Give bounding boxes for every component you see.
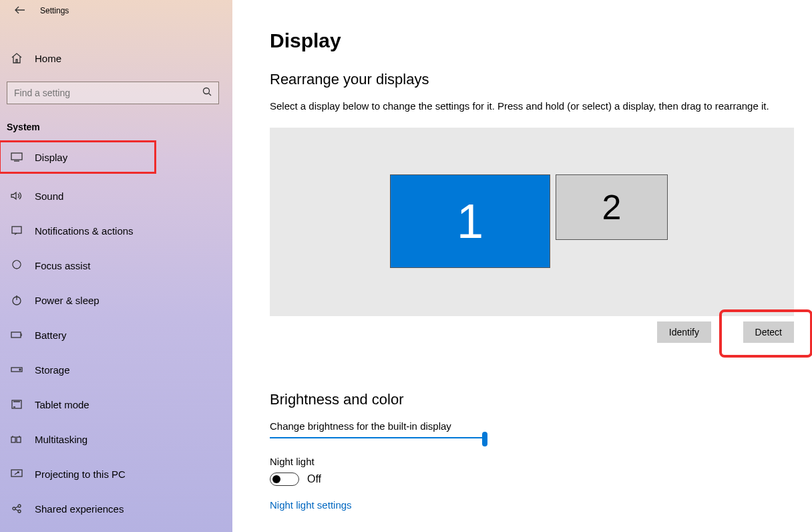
sidebar-item-battery[interactable]: Battery — [0, 323, 232, 346]
brightness-slider[interactable] — [270, 437, 483, 438]
shared-icon — [11, 503, 23, 515]
sidebar-item-power[interactable]: Power & sleep — [0, 289, 232, 311]
sidebar-item-label: Battery — [35, 329, 67, 341]
display-icon — [11, 151, 23, 163]
nightlight-toggle-row: Off — [270, 473, 796, 486]
svg-point-0 — [204, 88, 210, 94]
sidebar: Settings Home System Display Sound Notif… — [0, 0, 232, 532]
sidebar-item-sound[interactable]: Sound — [0, 184, 232, 207]
sidebar-item-label: Storage — [35, 364, 70, 376]
sidebar-item-label: Focus assist — [35, 260, 90, 271]
svg-rect-1 — [11, 153, 22, 160]
battery-icon — [11, 329, 23, 341]
content: Display Rearrange your displays Select a… — [232, 0, 812, 532]
monitor-1-label: 1 — [457, 194, 483, 249]
monitor-2-label: 2 — [602, 187, 622, 227]
search-wrap — [7, 82, 222, 104]
sidebar-item-label: Tablet mode — [35, 399, 89, 410]
power-icon — [11, 294, 23, 306]
sidebar-item-storage[interactable]: Storage — [0, 358, 232, 381]
sidebar-item-label: Projecting to this PC — [35, 469, 126, 480]
notifications-icon — [11, 225, 23, 237]
multitasking-icon — [11, 433, 23, 445]
svg-point-11 — [13, 507, 15, 510]
rearrange-heading: Rearrange your displays — [270, 71, 796, 88]
page-title: Display — [270, 29, 796, 52]
projecting-icon — [11, 468, 23, 480]
sidebar-home-label: Home — [35, 53, 61, 64]
search-input[interactable] — [14, 88, 188, 98]
sidebar-item-projecting[interactable]: Projecting to this PC — [0, 462, 232, 485]
svg-rect-8 — [11, 437, 15, 442]
sidebar-item-multitasking[interactable]: Multitasking — [0, 428, 232, 450]
nightlight-settings-link[interactable]: Night light settings — [270, 499, 796, 511]
sidebar-item-shared[interactable]: Shared experiences — [0, 497, 232, 520]
nightlight-state: Off — [307, 473, 321, 485]
svg-rect-4 — [11, 332, 21, 338]
sidebar-home[interactable]: Home — [0, 40, 232, 76]
nightlight-label: Night light — [270, 456, 796, 467]
sidebar-category: System — [0, 104, 232, 142]
detect-button[interactable]: Detect — [743, 321, 794, 343]
svg-rect-2 — [12, 227, 21, 233]
app-title: Settings — [40, 6, 69, 15]
display-action-row: Identify Detect — [270, 321, 794, 355]
home-icon — [11, 52, 23, 64]
sidebar-item-label: Notifications & actions — [35, 225, 134, 237]
sidebar-item-focus[interactable]: Focus assist — [0, 254, 232, 277]
monitor-2[interactable]: 2 — [556, 174, 668, 240]
sidebar-item-label: Display — [35, 152, 67, 163]
sidebar-item-display[interactable]: Display — [0, 142, 155, 172]
titlebar: Settings — [0, 0, 232, 21]
svg-point-6 — [19, 369, 21, 370]
svg-rect-9 — [17, 437, 21, 442]
sound-icon — [11, 190, 23, 202]
nightlight-toggle[interactable] — [270, 473, 299, 486]
display-arrangement-area[interactable]: 1 2 — [270, 128, 794, 316]
rearrange-hint: Select a display below to change the set… — [270, 100, 796, 112]
sidebar-item-label: Power & sleep — [35, 295, 99, 306]
brightness-label: Change brightness for the built-in displ… — [270, 420, 796, 432]
back-icon[interactable] — [15, 5, 25, 16]
identify-button[interactable]: Identify — [657, 321, 711, 343]
focus-icon — [11, 259, 23, 271]
svg-point-13 — [18, 510, 21, 513]
storage-icon — [11, 364, 23, 376]
brightness-heading: Brightness and color — [270, 391, 796, 408]
sidebar-item-tablet[interactable]: Tablet mode — [0, 393, 232, 416]
monitor-1[interactable]: 1 — [390, 174, 550, 268]
sidebar-item-label: Multitasking — [35, 434, 87, 445]
sidebar-item-label: Sound — [35, 190, 63, 202]
search-box[interactable] — [7, 82, 219, 104]
svg-point-12 — [18, 505, 21, 507]
sidebar-item-notifications[interactable]: Notifications & actions — [0, 219, 232, 242]
slider-thumb[interactable] — [482, 432, 487, 446]
tablet-icon — [11, 398, 23, 410]
sidebar-item-label: Shared experiences — [35, 503, 124, 515]
search-icon — [202, 87, 212, 99]
